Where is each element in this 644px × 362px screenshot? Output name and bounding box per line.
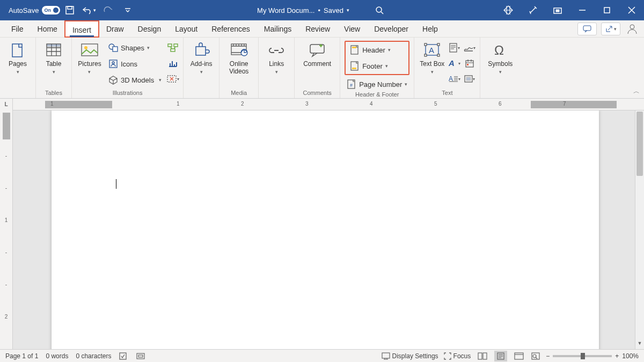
- pen-icon[interactable]: [521, 0, 545, 20]
- drop-cap-button[interactable]: A▾: [449, 73, 460, 85]
- tab-view[interactable]: View: [337, 20, 367, 38]
- svg-rect-17: [168, 44, 172, 47]
- scroll-down-arrow[interactable]: ▼: [635, 341, 644, 349]
- online-videos-button[interactable]: Online Videos: [224, 40, 254, 90]
- web-layout-button[interactable]: [513, 351, 525, 361]
- share-button[interactable]: ▾: [601, 23, 620, 35]
- tab-review[interactable]: Review: [298, 20, 337, 38]
- tab-home[interactable]: Home: [31, 20, 64, 38]
- chart-button[interactable]: [167, 57, 179, 69]
- tab-help[interactable]: Help: [415, 20, 445, 38]
- undo-icon[interactable]: ▾: [82, 3, 97, 18]
- group-illustrations-label: Illustrations: [76, 90, 179, 98]
- tab-insert[interactable]: Insert: [64, 20, 99, 38]
- qat-customize-icon[interactable]: [120, 3, 135, 18]
- tab-mailings[interactable]: Mailings: [257, 20, 298, 38]
- save-icon[interactable]: [62, 3, 77, 18]
- status-page[interactable]: Page 1 of 1: [5, 352, 38, 360]
- smartart-button[interactable]: [167, 42, 179, 54]
- spellcheck-icon[interactable]: [119, 351, 128, 361]
- tab-design[interactable]: Design: [131, 20, 169, 38]
- zoom-out-button[interactable]: −: [546, 352, 550, 360]
- collapse-ribbon-button[interactable]: ︿: [633, 87, 640, 96]
- accessibility-icon[interactable]: [136, 351, 145, 361]
- read-mode-button[interactable]: [476, 351, 489, 361]
- pictures-button[interactable]: Pictures▾: [76, 40, 103, 90]
- footer-button[interactable]: Footer▾: [348, 59, 406, 73]
- comments-pane-button[interactable]: [577, 23, 597, 35]
- group-header-footer: Header▾ Footer▾ # Page Number▾ Header & …: [340, 38, 414, 98]
- svg-rect-43: [466, 77, 471, 80]
- symbols-icon: Ω: [492, 42, 509, 59]
- zoom-in-button[interactable]: +: [615, 352, 619, 360]
- page-number-button[interactable]: # Page Number▾: [345, 77, 409, 91]
- ribbon-tabs: File Home Insert Draw Design Layout Refe…: [0, 20, 644, 38]
- table-icon: [45, 42, 62, 59]
- quick-parts-button[interactable]: ▾: [449, 42, 460, 54]
- header-icon: [350, 45, 360, 55]
- object-button[interactable]: ▾: [464, 73, 475, 85]
- svg-rect-47: [138, 355, 143, 357]
- window-mode-icon[interactable]: [545, 0, 570, 20]
- wordart-button[interactable]: A▾: [449, 57, 460, 69]
- svg-rect-6: [583, 26, 591, 31]
- minimize-button[interactable]: [570, 0, 595, 20]
- svg-text:Ω: Ω: [494, 43, 504, 57]
- text-box-icon: A: [423, 42, 441, 59]
- account-icon[interactable]: [625, 21, 640, 36]
- display-settings-button[interactable]: Display Settings: [382, 352, 438, 360]
- 3d-models-button[interactable]: 3D Models▾: [106, 73, 164, 87]
- saved-state[interactable]: Saved: [324, 6, 343, 14]
- focus-mode-button[interactable]: Focus: [444, 352, 471, 360]
- tab-developer[interactable]: Developer: [367, 20, 415, 38]
- tab-file[interactable]: File: [4, 20, 31, 38]
- document-scroll-area[interactable]: [13, 110, 635, 349]
- group-links: Links▾: [259, 38, 295, 98]
- status-chars[interactable]: 0 characters: [76, 352, 111, 360]
- autosave-control[interactable]: AutoSave On: [9, 6, 60, 14]
- shapes-button[interactable]: Shapes▾: [106, 41, 164, 55]
- zoom-dialog-icon[interactable]: [531, 351, 540, 361]
- comment-button[interactable]: Comment: [299, 40, 335, 90]
- screenshot-button[interactable]: ▾: [167, 73, 179, 85]
- autosave-toggle[interactable]: On: [42, 6, 60, 14]
- svg-rect-4: [556, 10, 559, 12]
- header-button[interactable]: Header▾: [348, 43, 406, 57]
- signature-line-button[interactable]: ▾: [464, 42, 475, 54]
- symbols-button[interactable]: Ω Symbols▾: [485, 40, 516, 90]
- zoom-level[interactable]: 100%: [622, 352, 639, 360]
- close-button[interactable]: [619, 0, 644, 20]
- status-words[interactable]: 0 words: [46, 352, 68, 360]
- group-media: Online Videos Media: [219, 38, 259, 98]
- scrollbar-thumb[interactable]: [636, 112, 643, 176]
- document-page[interactable]: [52, 110, 599, 349]
- ruler-horizontal[interactable]: L 1 1 2 3 4 5 6 7: [0, 99, 644, 110]
- vertical-scrollbar[interactable]: ▲ ▼: [635, 110, 644, 349]
- 3d-models-icon: [108, 75, 118, 85]
- addins-button[interactable]: Add-ins▾: [188, 40, 215, 90]
- print-layout-button[interactable]: [494, 351, 507, 361]
- diamond-icon[interactable]: [496, 0, 521, 20]
- text-box-button[interactable]: A Text Box ▾: [419, 40, 445, 90]
- tab-references[interactable]: References: [204, 20, 257, 38]
- table-button[interactable]: Table▾: [40, 40, 67, 90]
- group-symbols: Ω Symbols▾: [480, 38, 520, 98]
- tab-layout[interactable]: Layout: [168, 20, 204, 38]
- tab-draw[interactable]: Draw: [99, 20, 131, 38]
- svg-rect-1: [68, 6, 72, 9]
- pages-icon: [9, 42, 26, 59]
- zoom-slider[interactable]: [553, 355, 612, 357]
- links-button[interactable]: Links▾: [263, 40, 290, 90]
- tab-selector[interactable]: L: [0, 99, 13, 110]
- date-time-button[interactable]: [464, 57, 475, 69]
- autosave-state: On: [44, 8, 51, 13]
- icons-button[interactable]: Icons: [106, 57, 164, 71]
- ruler-vertical[interactable]: - - 1 - - 2: [0, 110, 13, 349]
- search-icon[interactable]: [374, 5, 385, 16]
- pages-button[interactable]: Pages▾: [4, 40, 31, 90]
- svg-rect-28: [352, 68, 356, 69]
- svg-point-16: [112, 62, 114, 64]
- redo-icon[interactable]: [101, 3, 116, 18]
- maximize-button[interactable]: [595, 0, 619, 20]
- svg-rect-11: [82, 44, 98, 56]
